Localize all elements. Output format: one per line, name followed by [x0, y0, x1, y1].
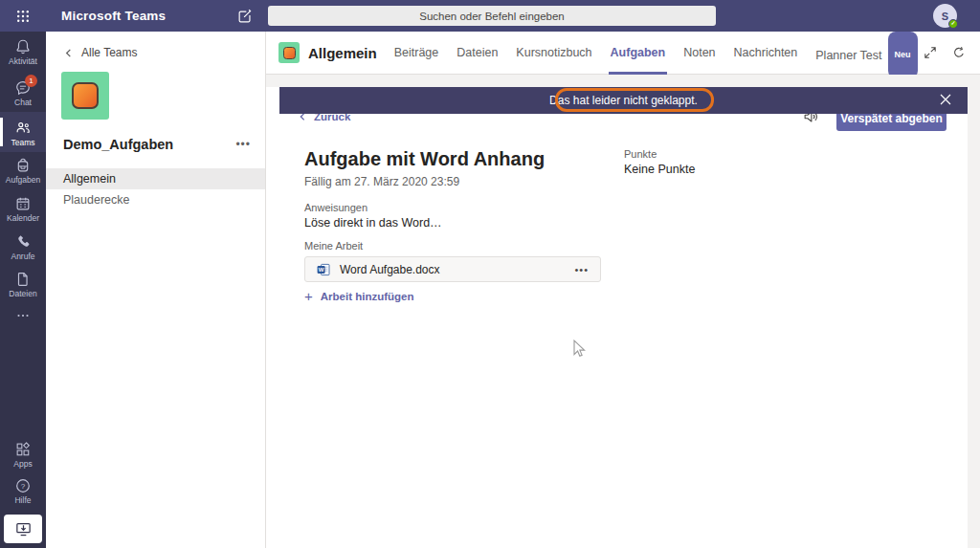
instructions-text: Löse direkt in das Word… [304, 216, 442, 230]
team-avatar[interactable] [61, 72, 109, 120]
new-badge: Neu [888, 32, 918, 78]
team-more-options-icon[interactable]: ••• [235, 138, 251, 151]
channel-header: Allgemein Beiträge Dateien Kursnotizbuch… [266, 32, 980, 75]
svg-text:?: ? [21, 482, 26, 491]
phone-icon [14, 233, 32, 251]
main-content: Allgemein Beiträge Dateien Kursnotizbuch… [266, 32, 980, 548]
header-content-divider [266, 75, 980, 87]
error-banner-message: Das hat leider nicht geklappt. [549, 94, 698, 107]
new-chat-icon[interactable] [236, 8, 254, 25]
rail-item-apps[interactable]: Apps [0, 441, 46, 469]
scrollbar-gutter[interactable] [968, 75, 980, 548]
tab-dateien[interactable]: Dateien [457, 32, 498, 75]
rail-item-help[interactable]: ? Hilfe [0, 477, 46, 505]
channel-item-allgemein[interactable]: Allgemein [46, 168, 265, 189]
rail-item-chat[interactable]: 1 Chat [0, 79, 46, 107]
assignment-title: Aufgabe mit Word Anhang [304, 148, 545, 170]
channel-list: Allgemein Plauderecke [46, 168, 265, 210]
tab-beitraege[interactable]: Beiträge [394, 32, 439, 75]
tab-kursnotizbuch[interactable]: Kursnotizbuch [516, 32, 591, 75]
download-desktop-icon [14, 520, 33, 538]
search-input[interactable] [268, 6, 716, 26]
rail-item-files[interactable]: Dateien [0, 271, 46, 298]
channel-item-plauderecke[interactable]: Plauderecke [46, 189, 265, 210]
chevron-left-icon [63, 48, 74, 58]
file-name: Word Aufgabe.docx [340, 263, 440, 276]
points-label: Punkte [624, 148, 657, 160]
expand-icon[interactable] [923, 45, 938, 60]
banner-close-icon[interactable] [939, 93, 952, 106]
help-icon: ? [14, 477, 32, 494]
team-avatar-app-icon [72, 82, 99, 109]
avatar[interactable]: S ✓ [933, 4, 957, 28]
rail-item-calls[interactable]: Anrufe [0, 233, 46, 261]
assignment-due-date: Fällig am 27. März 2020 23:59 [304, 175, 459, 188]
svg-text:W: W [319, 267, 324, 273]
attached-file-card[interactable]: W Word Aufgabe.docx ••• [304, 256, 601, 282]
error-banner: Das hat leider nicht geklappt. [279, 87, 968, 114]
add-work-button[interactable]: + Arbeit hinzufügen [304, 288, 414, 304]
file-more-options-icon[interactable]: ••• [574, 264, 589, 275]
rail-more-icon[interactable] [0, 307, 46, 324]
team-name[interactable]: Demo_Aufgaben [63, 137, 173, 152]
rail-item-activity[interactable]: Aktivität [0, 38, 46, 66]
tab-nachrichten[interactable]: Nachrichten [734, 32, 798, 75]
all-teams-label: Alle Teams [81, 46, 137, 59]
tab-noten[interactable]: Noten [683, 32, 715, 75]
bell-icon [14, 38, 32, 55]
app-rail: Aktivität 1 Chat Teams Aufgaben Kalender… [0, 32, 46, 548]
files-icon [14, 271, 32, 288]
apps-icon [14, 441, 32, 458]
channel-team-icon [278, 42, 300, 63]
rail-item-teams[interactable]: Teams [0, 112, 46, 152]
app-title: Microsoft Teams [61, 9, 166, 23]
backpack-icon [14, 157, 32, 174]
tab-aufgaben[interactable]: Aufgaben [611, 32, 666, 75]
word-file-icon: W [316, 262, 331, 277]
all-teams-back-link[interactable]: Alle Teams [63, 46, 137, 59]
teams-app-window: Microsoft Teams S ✓ Aktivität 1 Chat Tea… [0, 0, 980, 548]
download-desktop-app-button[interactable] [4, 515, 42, 543]
instructions-label: Anweisungen [304, 202, 368, 213]
chat-unread-badge: 1 [25, 75, 37, 87]
points-value: Keine Punkte [624, 163, 695, 176]
app-launcher-waffle-icon[interactable] [0, 9, 46, 24]
channel-title: Allgemein [308, 45, 377, 61]
rail-item-assignments[interactable]: Aufgaben [0, 157, 46, 185]
tab-planner-test[interactable]: Planner TestNeu [815, 32, 917, 75]
avatar-initial: S [942, 11, 948, 22]
calendar-icon [14, 195, 32, 212]
channel-tabs: Beiträge Dateien Kursnotizbuch Aufgaben … [394, 32, 918, 75]
teams-icon [14, 120, 32, 137]
plus-icon: + [304, 288, 313, 304]
refresh-icon[interactable] [951, 45, 967, 60]
rail-item-calendar[interactable]: Kalender [0, 195, 46, 223]
team-sidebar: Alle Teams Demo_Aufgaben ••• Allgemein P… [46, 32, 266, 548]
top-bar: Microsoft Teams S ✓ [0, 0, 980, 32]
status-available-icon: ✓ [948, 19, 958, 29]
my-work-label: Meine Arbeit [304, 240, 363, 252]
